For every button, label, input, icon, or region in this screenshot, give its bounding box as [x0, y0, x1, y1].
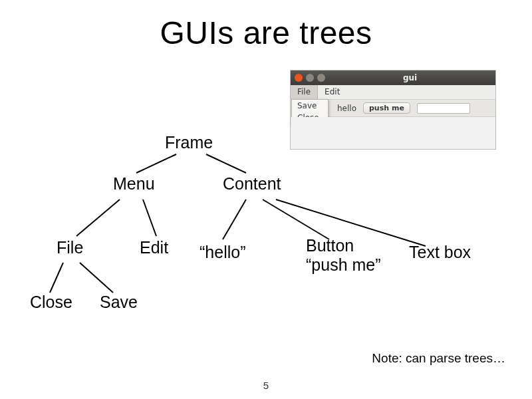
window-close-icon: [295, 74, 303, 82]
mock-dropdown-save[interactable]: Save: [292, 100, 328, 112]
node-textbox: Text box: [409, 243, 471, 262]
node-edit: Edit: [140, 238, 168, 257]
node-frame: Frame: [165, 133, 213, 152]
node-close: Close: [30, 293, 72, 312]
node-button: Button “push me”: [306, 236, 381, 275]
node-button-line1: Button: [306, 236, 381, 255]
mock-hello-label: hello: [337, 104, 356, 113]
svg-line-4: [223, 200, 246, 239]
mock-menu-file[interactable]: File: [291, 85, 318, 99]
node-file: File: [57, 238, 83, 257]
page-number: 5: [0, 380, 532, 391]
node-hello: “hello”: [200, 243, 245, 262]
svg-line-5: [263, 200, 329, 239]
node-content: Content: [223, 174, 281, 194]
mock-content-area: [291, 117, 495, 148]
mock-titlebar: gui: [291, 70, 495, 85]
node-menu: Menu: [113, 174, 155, 194]
svg-line-7: [50, 263, 63, 293]
window-maximize-icon: [317, 74, 325, 82]
mock-text-input[interactable]: [417, 103, 470, 114]
svg-line-3: [143, 200, 156, 236]
svg-line-1: [206, 154, 246, 173]
tree-edges: [0, 0, 532, 399]
svg-line-8: [80, 263, 113, 293]
footer-note: Note: can parse trees…: [372, 351, 505, 366]
mock-menu-edit[interactable]: Edit: [318, 85, 346, 99]
slide-title: GUIs are trees: [0, 15, 532, 51]
svg-line-2: [76, 200, 120, 236]
mock-pushme-button[interactable]: push me: [363, 102, 410, 114]
window-minimize-icon: [306, 74, 314, 82]
node-button-line2: “push me”: [306, 255, 381, 275]
svg-line-0: [136, 154, 176, 173]
mock-menubar: File Edit: [291, 85, 495, 100]
mock-window: gui File Edit hello push me Save Close: [290, 70, 496, 150]
node-save: Save: [100, 293, 138, 312]
mock-window-title: gui: [329, 73, 491, 82]
